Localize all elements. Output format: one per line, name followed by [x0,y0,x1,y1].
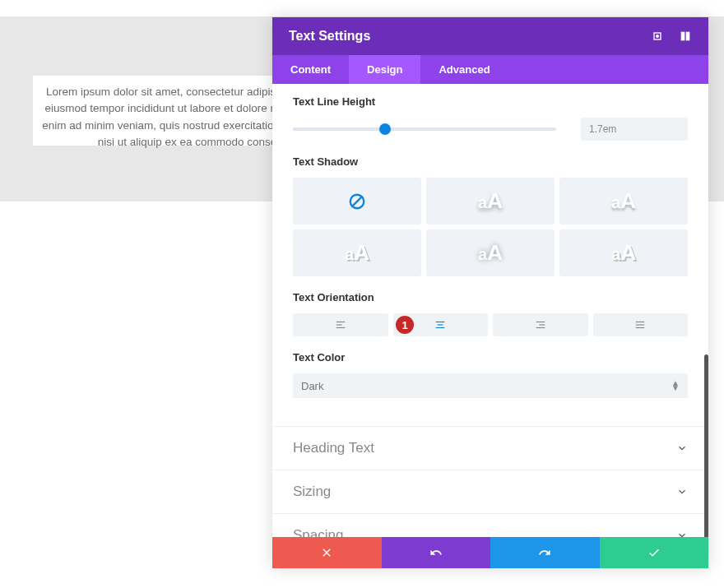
slider-thumb[interactable] [379,123,391,135]
svg-rect-8 [336,327,346,328]
panel-title: Text Settings [289,29,370,44]
accordion-sizing-label: Sizing [293,484,331,500]
accordion-heading-text[interactable]: Heading Text [272,426,708,470]
svg-rect-12 [536,322,545,322]
accordion-heading-label: Heading Text [293,440,374,456]
line-height-slider[interactable] [293,127,556,131]
line-height-label: Text Line Height [293,95,688,108]
shadow-option-4[interactable]: aA [426,229,555,276]
svg-rect-11 [436,327,445,328]
svg-rect-16 [636,324,645,325]
align-right-option[interactable] [493,313,588,336]
close-button[interactable] [272,537,382,568]
shadow-option-none[interactable] [293,178,421,225]
svg-line-5 [352,196,363,206]
text-shadow-label: Text Shadow [293,155,688,168]
svg-rect-15 [636,322,645,322]
shadow-option-1[interactable]: aA [426,178,555,225]
columns-icon[interactable] [679,30,692,43]
chevron-down-icon [676,486,688,498]
svg-rect-6 [336,322,346,322]
shadow-option-5[interactable]: aA [559,229,688,276]
shadow-option-3[interactable]: aA [293,229,421,276]
undo-button[interactable] [382,537,491,568]
align-left-option[interactable] [293,313,388,336]
svg-rect-10 [438,324,443,325]
annotation-badge-1: 1 [396,316,414,334]
text-color-value: Dark [301,380,323,392]
shadow-option-2[interactable]: aA [559,178,688,225]
svg-point-1 [657,35,659,38]
line-height-value-input[interactable]: 1.7em [581,118,688,141]
svg-rect-7 [336,324,342,325]
chevron-down-icon [676,442,688,454]
redo-button[interactable] [490,537,600,568]
svg-rect-14 [536,327,545,328]
text-color-select[interactable]: Dark ▲▼ [293,373,688,398]
tab-design[interactable]: Design [349,55,420,84]
save-button[interactable] [600,537,709,568]
chevron-down-icon [676,530,688,537]
text-color-label: Text Color [293,351,688,363]
svg-rect-2 [681,32,685,41]
svg-rect-13 [539,324,545,325]
svg-rect-9 [436,322,445,322]
expand-icon[interactable] [651,30,664,43]
tab-advanced[interactable]: Advanced [420,55,508,84]
align-justify-option[interactable] [593,313,689,336]
svg-rect-3 [686,32,690,41]
orientation-label: Text Orientation [293,291,688,303]
panel-body: Text Line Height 1.7em Text Shadow aA aA [272,84,708,537]
scrollbar-thumb[interactable] [704,354,708,537]
tab-content[interactable]: Content [272,55,349,84]
text-settings-panel: Text Settings Content Design Advanced Te… [272,17,708,568]
accordion-spacing[interactable]: Spacing [272,513,708,537]
select-arrows-icon: ▲▼ [671,381,680,391]
accordion-sizing[interactable]: Sizing [272,470,708,513]
panel-footer [272,537,708,568]
panel-header: Text Settings [272,17,708,55]
accordion-spacing-label: Spacing [293,527,343,537]
svg-rect-17 [636,327,645,328]
panel-tabs: Content Design Advanced [272,55,708,84]
